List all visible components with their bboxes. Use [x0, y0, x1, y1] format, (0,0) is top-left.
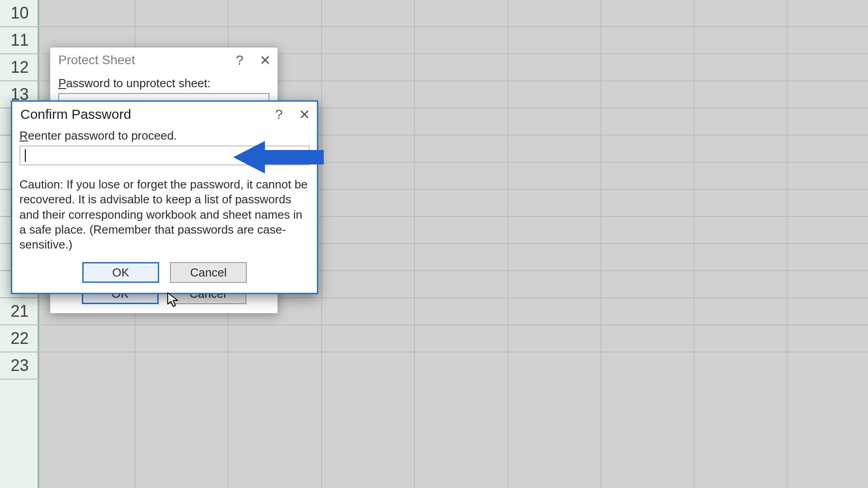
confirm-password-title: Confirm Password [20, 107, 131, 122]
gridline [321, 0, 322, 488]
protect-sheet-title: Protect Sheet [58, 53, 135, 67]
gridline [787, 0, 788, 488]
password-to-unprotect-label: Password to unprotect sheet: [58, 76, 269, 90]
gridline [41, 324, 868, 325]
protect-sheet-titlebar[interactable]: Protect Sheet ? ✕ [50, 47, 278, 73]
gridline [41, 352, 868, 352]
row-header[interactable]: 11 [0, 27, 39, 54]
confirm-cancel-button[interactable]: Cancel [170, 262, 247, 283]
reenter-password-input[interactable] [19, 145, 310, 165]
gridline [600, 0, 601, 488]
row-header[interactable]: 10 [0, 0, 39, 27]
close-icon[interactable]: ✕ [252, 47, 278, 73]
reenter-password-label: Reenter password to proceed. [19, 129, 310, 143]
caution-text: Caution: If you lose or forget the passw… [19, 177, 310, 252]
gridline [41, 26, 868, 27]
confirm-password-titlebar[interactable]: Confirm Password ? ✕ [12, 102, 317, 127]
confirm-password-dialog: Confirm Password ? ✕ Reenter password to… [11, 100, 318, 294]
row-header[interactable]: 12 [0, 54, 39, 81]
row-header[interactable]: 21 [0, 298, 39, 325]
gridline [414, 0, 415, 488]
close-icon[interactable]: ✕ [292, 102, 317, 127]
confirm-ok-button[interactable]: OK [82, 262, 159, 283]
gridline [693, 0, 694, 488]
help-icon[interactable]: ? [227, 47, 252, 73]
help-icon[interactable]: ? [266, 102, 292, 127]
row-header[interactable]: 23 [0, 352, 39, 380]
row-header[interactable]: 22 [0, 325, 39, 352]
gridline [507, 0, 508, 488]
text-caret [25, 149, 26, 162]
